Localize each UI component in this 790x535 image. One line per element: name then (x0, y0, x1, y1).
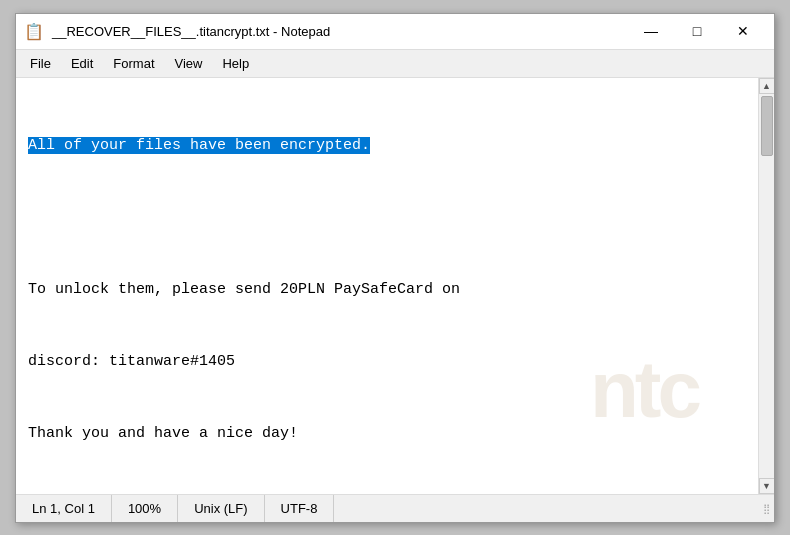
scroll-up-arrow[interactable]: ▲ (759, 78, 775, 94)
menu-view[interactable]: View (165, 52, 213, 75)
text-line-5: Thank you and have a nice day! (28, 422, 746, 446)
text-line-2 (28, 206, 746, 230)
resize-handle[interactable]: ⣿ (758, 500, 774, 516)
window-title: __RECOVER__FILES__.titancrypt.txt - Note… (52, 24, 330, 39)
menu-format[interactable]: Format (103, 52, 164, 75)
window-controls: — □ ✕ (628, 13, 766, 49)
text-line-4: discord: titanware#1405 (28, 350, 746, 374)
encoding[interactable]: UTF-8 (265, 495, 335, 522)
selected-text: All of your files have been encrypted. (28, 137, 370, 154)
editor-area: All of your files have been encrypted. T… (16, 78, 774, 494)
app-icon: 📋 (24, 21, 44, 41)
status-bar: Ln 1, Col 1 100% Unix (LF) UTF-8 ⣿ (16, 494, 774, 522)
minimize-button[interactable]: — (628, 13, 674, 49)
close-button[interactable]: ✕ (720, 13, 766, 49)
title-left: 📋 __RECOVER__FILES__.titancrypt.txt - No… (24, 21, 330, 41)
line-ending-label: Unix (LF) (194, 501, 247, 516)
position-label: Ln 1, Col 1 (32, 501, 95, 516)
text-editor[interactable]: All of your files have been encrypted. T… (16, 78, 758, 494)
scroll-thumb[interactable] (761, 96, 773, 156)
scrollbar[interactable]: ▲ ▼ (758, 78, 774, 494)
text-line-1: All of your files have been encrypted. (28, 134, 746, 158)
scroll-down-arrow[interactable]: ▼ (759, 478, 775, 494)
encoding-label: UTF-8 (281, 501, 318, 516)
text-line-3: To unlock them, please send 20PLN PaySaf… (28, 278, 746, 302)
menu-bar: File Edit Format View Help (16, 50, 774, 78)
maximize-button[interactable]: □ (674, 13, 720, 49)
title-bar: 📋 __RECOVER__FILES__.titancrypt.txt - No… (16, 14, 774, 50)
cursor-position: Ln 1, Col 1 (16, 495, 112, 522)
menu-help[interactable]: Help (212, 52, 259, 75)
menu-file[interactable]: File (20, 52, 61, 75)
menu-edit[interactable]: Edit (61, 52, 103, 75)
notepad-window: 📋 __RECOVER__FILES__.titancrypt.txt - No… (15, 13, 775, 523)
zoom-label: 100% (128, 501, 161, 516)
zoom-level[interactable]: 100% (112, 495, 178, 522)
line-ending[interactable]: Unix (LF) (178, 495, 264, 522)
